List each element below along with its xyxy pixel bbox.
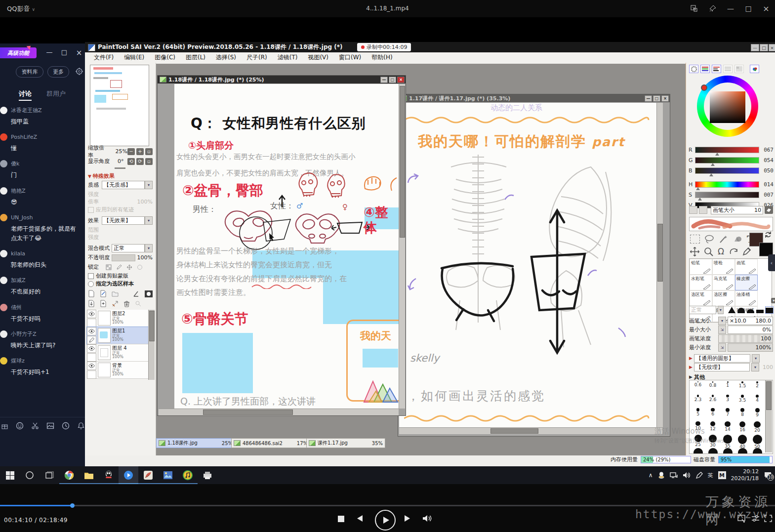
chat-message[interactable]: 小野方子Z咦昨天上课了吗?	[0, 330, 85, 350]
slider-marker-g[interactable]	[711, 163, 715, 166]
layer-visibility-icon[interactable]	[87, 344, 96, 353]
brush-size-16[interactable]: 16	[736, 421, 749, 432]
tray-qq-icon[interactable]	[658, 471, 665, 479]
sai-minimize-icon[interactable]: —	[751, 44, 759, 51]
chat-message[interactable]: 倩州干货不好吗	[0, 304, 85, 324]
brush-texture-dropdown[interactable]: 【无纹理】	[694, 363, 750, 371]
brush-橡皮擦[interactable]: 橡皮擦	[735, 275, 758, 290]
brush-size-20[interactable]: 20	[751, 421, 764, 433]
taskbar-sai-icon[interactable]	[138, 466, 158, 484]
brush-size-3[interactable]: 3	[721, 395, 734, 402]
tip-shape-block-icon[interactable]	[766, 307, 773, 313]
canvas2-page[interactable]: 动态的二人关系 我的天哪！可怕的解剖学 part	[399, 103, 656, 427]
brush-size-5[interactable]: 5	[692, 408, 704, 416]
brush-size-large[interactable]	[706, 448, 719, 454]
slant-icon[interactable]	[133, 290, 140, 297]
brush-shape-dropdown[interactable]: 【通用的圆形】	[694, 354, 750, 363]
brush-mode-dropdown-icon[interactable]: ▾	[718, 306, 724, 314]
nav-zoom-reset-icon[interactable]: ▫	[145, 148, 153, 155]
tray-ime-icon[interactable]: M	[718, 471, 726, 479]
clip-mask-row[interactable]: 创建剪贴蒙版	[88, 272, 153, 280]
swap-colors-icon[interactable]	[764, 231, 772, 239]
marquee-tool-icon[interactable]	[690, 235, 700, 244]
tray-volume-icon[interactable]	[683, 472, 691, 479]
blend-dropdown-icon[interactable]: ▾	[145, 244, 153, 252]
delete-layer-icon[interactable]	[123, 300, 130, 307]
brush-size-1.5[interactable]: 1.5	[736, 381, 749, 388]
layer-visibility-icon[interactable]	[87, 327, 96, 335]
canvas2-maximize-icon[interactable]: □	[653, 95, 660, 102]
canvas1-page[interactable]: Q： 女性和男性有什么区别 ①头肩部分 女性的头会更小，画男女在一起时要注意把女…	[174, 84, 399, 409]
bell-icon[interactable]	[77, 422, 85, 430]
zoom-tool-icon[interactable]	[704, 247, 713, 256]
tray-pen-icon[interactable]	[695, 472, 703, 479]
layer-edit-icon[interactable]	[87, 336, 96, 344]
brush-shape-icon[interactable]: ▾	[752, 354, 760, 363]
brush-size-2.6[interactable]: 2.6	[706, 395, 719, 402]
chat-message[interactable]: 冰香老王德Z指甲盖	[0, 107, 85, 126]
chat-message[interactable]: 艳艳Z😎	[0, 187, 85, 207]
brush-texture-icon[interactable]: ▾	[751, 363, 759, 371]
effect-dropdown-icon[interactable]: ▾	[145, 216, 153, 225]
lock-pen-icon[interactable]	[116, 264, 122, 270]
canvas1-hscrollbar[interactable]	[159, 409, 399, 415]
previous-button[interactable]	[355, 515, 363, 522]
image-icon[interactable]	[46, 422, 54, 430]
brush-画笔[interactable]: 画笔	[735, 259, 758, 275]
sidebar-expand-handle[interactable]: ‹	[768, 254, 775, 271]
slider-marker-r[interactable]	[715, 153, 719, 156]
density-slider[interactable]: 100	[718, 334, 773, 343]
slider-b[interactable]	[695, 167, 759, 174]
nav-rotate-cw-icon[interactable]: ⟳	[136, 158, 144, 165]
lock-checker-icon[interactable]	[106, 264, 112, 270]
canvas1-minimize-icon[interactable]: —	[380, 77, 388, 83]
gift-icon[interactable]	[1, 422, 8, 430]
canvas2-vscrollbar[interactable]	[656, 103, 663, 427]
scissors-icon[interactable]	[31, 422, 39, 430]
mask-icon[interactable]	[145, 290, 153, 297]
scratchpad-preview[interactable]	[689, 217, 773, 231]
tip-shape-round-icon[interactable]	[737, 307, 745, 313]
eyedropper-tool-icon[interactable]	[742, 247, 751, 256]
menu-文件[interactable]: 文件(F)	[94, 53, 114, 62]
brush-size-1[interactable]: 1	[721, 381, 734, 388]
notification-center-icon[interactable]: 10	[764, 471, 772, 479]
brush-size-0.6[interactable]: 0.6	[692, 381, 704, 387]
stop-button[interactable]	[338, 516, 344, 522]
effect-dropdown[interactable]: 【无效果】	[102, 216, 145, 225]
chat-close-icon[interactable]: ×	[74, 48, 84, 57]
clear-layer-icon[interactable]	[112, 300, 119, 307]
more-button[interactable]: 更多	[47, 66, 69, 78]
brush-size-8[interactable]: 8	[736, 408, 749, 417]
tip-shape-spike-icon[interactable]	[728, 307, 735, 313]
emoji-icon[interactable]	[16, 422, 24, 430]
chat-message[interactable]: 煤球z干货不好吗+1	[0, 357, 85, 377]
merge-layer-icon[interactable]	[100, 300, 107, 307]
layer-row[interactable]: 图层1正常100%	[87, 327, 148, 344]
brush-选区擦[interactable]: 选区擦	[712, 290, 735, 306]
mini-mode-icon[interactable]	[688, 3, 700, 13]
menu-帮助[interactable]: 帮助(H)	[371, 53, 392, 62]
new-folder-icon[interactable]	[112, 290, 119, 297]
color-wheel-tab-icon[interactable]	[689, 65, 698, 73]
canvas-window-2[interactable]: 1.17课件 / 课件1.17.jpg (*) (35.3%) — □ × 动态…	[398, 94, 670, 437]
magic-wand-tool-icon[interactable]	[719, 235, 728, 244]
min-size-icon[interactable]: ⇲	[718, 326, 726, 334]
brush-水彩笔[interactable]: 水彩笔	[690, 275, 712, 290]
menu-窗口[interactable]: 窗口(W)	[339, 53, 361, 62]
lasso-tool-icon[interactable]	[704, 235, 714, 244]
eraser-toggle-icon[interactable]	[765, 206, 773, 214]
swatch-tab-icon[interactable]	[734, 65, 744, 73]
chat-message[interactable]: 傻k门	[0, 160, 85, 180]
close-icon[interactable]: ×	[760, 3, 773, 13]
canvas1-maximize-icon[interactable]: □	[389, 77, 396, 83]
brush-size-4[interactable]: 4	[751, 395, 764, 403]
settings-sliders-icon[interactable]	[751, 515, 760, 522]
nav-rotate-ccw-icon[interactable]: ⟲	[127, 158, 135, 165]
min-density-icon[interactable]: ⇲	[718, 343, 726, 352]
tray-network-icon[interactable]	[670, 472, 678, 479]
canvas1-close-icon[interactable]: ×	[397, 77, 405, 83]
slider-h[interactable]	[695, 181, 759, 188]
brush-铅笔[interactable]: 铅笔	[690, 259, 712, 275]
slider-r[interactable]	[695, 147, 759, 153]
